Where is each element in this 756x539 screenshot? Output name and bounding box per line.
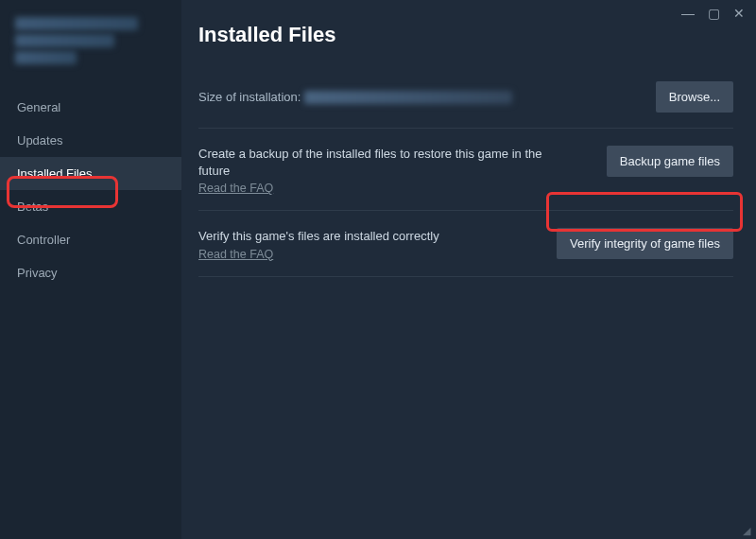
sidebar-item-installed-files[interactable]: Installed Files [0, 157, 181, 190]
sidebar-item-label: Installed Files [17, 166, 92, 181]
minimize-icon[interactable]: — [681, 7, 695, 20]
close-icon[interactable]: ✕ [733, 7, 745, 20]
sidebar-item-betas[interactable]: Betas [0, 190, 181, 223]
sidebar-item-general[interactable]: General [0, 91, 181, 124]
backup-game-files-button[interactable]: Backup game files [607, 146, 733, 177]
size-row: Size of installation: Browse... [198, 72, 733, 122]
backup-faq-link[interactable]: Read the FAQ [198, 182, 273, 195]
sidebar-nav: General Updates Installed Files Betas Co… [0, 91, 181, 289]
sidebar-item-label: Controller [17, 233, 70, 247]
sidebar-item-label: General [17, 100, 60, 114]
maximize-icon[interactable]: ▢ [708, 7, 720, 20]
sidebar-item-label: Privacy [17, 266, 58, 280]
game-title-redacted [0, 17, 181, 81]
size-value-redacted [304, 91, 512, 104]
backup-section: Create a backup of the installed files t… [198, 134, 733, 204]
sidebar-item-updates[interactable]: Updates [0, 124, 181, 157]
backup-desc: Create a backup of the installed files t… [198, 146, 558, 180]
window-controls: — ▢ ✕ [681, 0, 756, 26]
sidebar-item-privacy[interactable]: Privacy [0, 256, 181, 289]
size-label: Size of installation: [198, 90, 301, 104]
sidebar-item-label: Betas [17, 200, 48, 214]
verify-integrity-button[interactable]: Verify integrity of game files [557, 228, 733, 259]
verify-section: Verify this game's files are installed c… [198, 217, 733, 270]
page-title: Installed Files [198, 23, 733, 47]
resize-grip-icon: ◢ [743, 526, 754, 537]
browse-button[interactable]: Browse... [656, 81, 733, 113]
main-panel: — ▢ ✕ Installed Files Size of installati… [181, 0, 756, 539]
verify-faq-link[interactable]: Read the FAQ [198, 248, 273, 261]
sidebar-item-label: Updates [17, 133, 62, 148]
verify-desc: Verify this game's files are installed c… [198, 228, 545, 245]
sidebar-item-controller[interactable]: Controller [0, 223, 181, 256]
sidebar: General Updates Installed Files Betas Co… [0, 0, 181, 539]
